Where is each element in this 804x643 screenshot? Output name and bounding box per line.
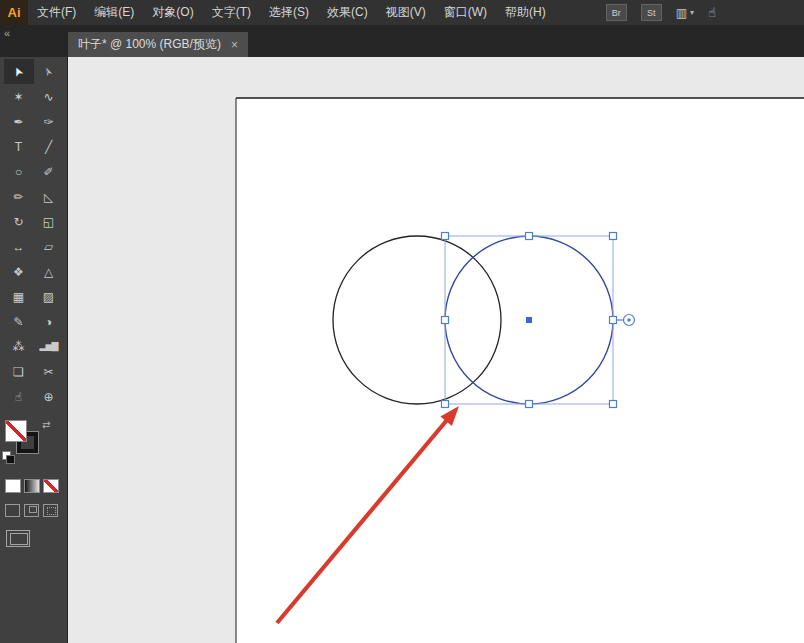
free-transform-tool-icon: ▱ <box>44 241 53 253</box>
tool-free-transform[interactable]: ▱ <box>34 234 64 259</box>
selection-tool-icon: ➤ <box>11 64 26 78</box>
layout-grid-icon: ▥ <box>676 6 687 20</box>
tool-rotate[interactable]: ↻ <box>4 209 34 234</box>
gradient-tool-icon: ▨ <box>43 291 54 303</box>
tool-pencil[interactable]: ✏ <box>4 184 34 209</box>
eyedropper-tool-icon: ✎ <box>13 316 23 328</box>
tool-scale[interactable]: ◱ <box>34 209 64 234</box>
width-tool-icon: ↔ <box>13 241 25 253</box>
chevron-down-icon: ▾ <box>690 8 694 17</box>
screen-mode-button[interactable] <box>6 530 30 547</box>
selection-handle[interactable] <box>526 401 533 408</box>
hand-tool-icon: ☝ <box>15 391 22 403</box>
fill-none-swatch[interactable] <box>5 420 27 442</box>
draw-inside-mode-button[interactable] <box>43 504 58 517</box>
tool-gradient[interactable]: ▨ <box>34 284 64 309</box>
ellipse-tool-icon: ○ <box>15 166 22 178</box>
tool-mesh[interactable]: ▦ <box>4 284 34 309</box>
tool-lasso[interactable]: ∿ <box>34 84 64 109</box>
menu-item-type[interactable]: 文字(T) <box>203 0 260 25</box>
menu-item-edit[interactable]: 编辑(E) <box>85 0 143 25</box>
widget-dot <box>627 318 630 321</box>
tool-eyedropper[interactable]: ✎ <box>4 309 34 334</box>
main-area: ➤➢✶∿✒✑T╱○✐✏◺↻◱↔▱❖△▦▨✎◑⁂▂▅▇❏✂☝⊕ ⇄ <box>0 57 804 643</box>
tool-direct-selection[interactable]: ➢ <box>34 59 64 84</box>
menu-item-file[interactable]: 文件(F) <box>28 0 85 25</box>
appearance-buttons <box>5 479 67 493</box>
mesh-tool-icon: ▦ <box>13 291 24 303</box>
tool-type[interactable]: T <box>4 134 34 159</box>
perspective-grid-tool-icon: △ <box>44 266 53 278</box>
selection-handle[interactable] <box>442 317 449 324</box>
tool-width[interactable]: ↔ <box>4 234 34 259</box>
menu-item-select[interactable]: 选择(S) <box>260 0 318 25</box>
bridge-badge[interactable]: Br <box>606 4 627 21</box>
tool-pen[interactable]: ✒ <box>4 109 34 134</box>
artwork-svg <box>68 57 804 643</box>
eraser-tool-icon: ◺ <box>44 191 53 203</box>
artboard-tool-icon: ❏ <box>13 366 24 378</box>
color-swatches: ⇄ <box>0 419 67 471</box>
tool-artboard[interactable]: ❏ <box>4 359 34 384</box>
document-tab-title: 叶子* @ 100% (RGB/预览) <box>78 36 221 53</box>
selection-handle[interactable] <box>610 233 617 240</box>
tool-selection[interactable]: ➤ <box>4 59 34 84</box>
menu-item-effect[interactable]: 效果(C) <box>318 0 377 25</box>
default-swatches-icon[interactable] <box>2 451 14 463</box>
selection-handle[interactable] <box>442 233 449 240</box>
tool-paintbrush[interactable]: ✐ <box>34 159 64 184</box>
collapse-panels-icon[interactable]: « <box>0 25 68 39</box>
tab-close-icon[interactable]: × <box>231 38 238 52</box>
selection-handle[interactable] <box>442 401 449 408</box>
menubar: Ai 文件(F)编辑(E)对象(O)文字(T)选择(S)效果(C)视图(V)窗口… <box>0 0 804 25</box>
slice-tool-icon: ✂ <box>43 366 53 378</box>
document-tab[interactable]: 叶子* @ 100% (RGB/预览) × <box>68 32 248 57</box>
artboard[interactable] <box>236 98 804 643</box>
tool-eraser[interactable]: ◺ <box>34 184 64 209</box>
column-graph-tool-icon: ▂▅▇ <box>40 342 58 351</box>
shape-builder-tool-icon: ❖ <box>13 266 24 278</box>
draw-behind-mode-button[interactable] <box>24 504 39 517</box>
symbol-sprayer-tool-icon: ⁂ <box>13 341 25 353</box>
touch-hand-icon[interactable]: ☝ <box>708 5 716 20</box>
selection-handle[interactable] <box>610 401 617 408</box>
drawing-mode-buttons <box>5 504 67 517</box>
gradient-mode-button[interactable] <box>24 479 40 493</box>
selection-handle[interactable] <box>610 317 617 324</box>
selection-center-point <box>526 317 532 323</box>
tool-line-segment[interactable]: ╱ <box>34 134 64 159</box>
tool-zoom[interactable]: ⊕ <box>34 384 64 409</box>
menu-item-view[interactable]: 视图(V) <box>377 0 435 25</box>
paintbrush-tool-icon: ✐ <box>43 166 53 178</box>
tools-grid: ➤➢✶∿✒✑T╱○✐✏◺↻◱↔▱❖△▦▨✎◑⁂▂▅▇❏✂☝⊕ <box>0 57 67 409</box>
tool-blend[interactable]: ◑ <box>34 309 64 334</box>
swap-colors-icon[interactable]: ⇄ <box>42 419 50 430</box>
tool-column-graph[interactable]: ▂▅▇ <box>34 334 64 359</box>
tool-curvature[interactable]: ✑ <box>34 109 64 134</box>
tools-panel: ➤➢✶∿✒✑T╱○✐✏◺↻◱↔▱❖△▦▨✎◑⁂▂▅▇❏✂☝⊕ ⇄ <box>0 57 68 643</box>
tool-hand[interactable]: ☝ <box>4 384 34 409</box>
tool-perspective-grid[interactable]: △ <box>34 259 64 284</box>
menu-item-object[interactable]: 对象(O) <box>143 0 202 25</box>
direct-selection-tool-icon: ➢ <box>41 64 56 78</box>
tool-ellipse[interactable]: ○ <box>4 159 34 184</box>
tool-slice[interactable]: ✂ <box>34 359 64 384</box>
draw-normal-mode-button[interactable] <box>5 504 20 517</box>
menu-item-help[interactable]: 帮助(H) <box>496 0 555 25</box>
tool-magic-wand[interactable]: ✶ <box>4 84 34 109</box>
menubar-badges: BrSt <box>606 4 662 21</box>
workspace-switcher-icon[interactable]: ▥ ▾ <box>676 6 694 20</box>
none-mode-button[interactable] <box>43 479 59 493</box>
tool-symbol-sprayer[interactable]: ⁂ <box>4 334 34 359</box>
tool-shape-builder[interactable]: ❖ <box>4 259 34 284</box>
menu-item-window[interactable]: 窗口(W) <box>435 0 496 25</box>
app-logo: Ai <box>0 0 28 25</box>
curvature-tool-icon: ✑ <box>43 116 53 128</box>
menubar-right: BrSt ▥ ▾ ☝ <box>606 4 716 21</box>
stock-badge[interactable]: St <box>641 4 662 21</box>
selection-handle[interactable] <box>526 233 533 240</box>
blend-tool-icon: ◑ <box>45 316 52 328</box>
tabbar: « 叶子* @ 100% (RGB/预览) × <box>0 25 804 57</box>
canvas <box>68 57 804 643</box>
color-mode-button[interactable] <box>5 479 21 493</box>
